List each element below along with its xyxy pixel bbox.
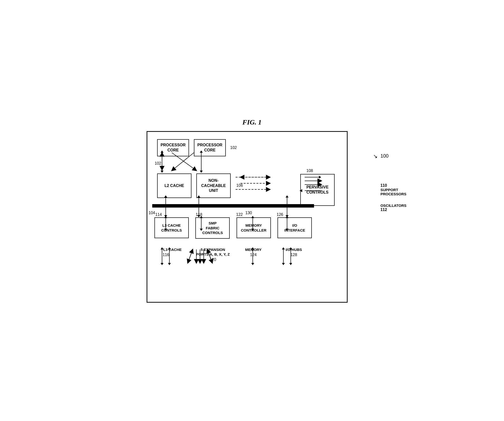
ref-100: 100	[380, 153, 389, 159]
ref-112: 112	[380, 208, 387, 212]
memory-label: MEMORY	[245, 247, 262, 252]
ref-128: 128	[290, 253, 297, 257]
svg-marker-39	[168, 263, 171, 265]
ref-122: 122	[236, 212, 243, 217]
memory-controller-unit: MEMORY CONTROLLER	[237, 217, 271, 239]
middle-row: L2 CACHE NON- CACHEABLE UNIT 106 108 PER…	[152, 173, 342, 198]
ref-126: 126	[277, 212, 283, 217]
pervasive-unit: 108 PERVASIVE CONTROLS	[300, 169, 335, 206]
ref-124: 124	[250, 253, 257, 257]
smp-fabric-box: SMP FABRIC CONTROLS	[195, 217, 230, 239]
ref-102-right: 102	[230, 146, 237, 150]
l3-cache-controls-box: L3 CACHE CONTROLS	[154, 217, 189, 238]
support-processors-label: SUPPORT PROCESSORS	[380, 188, 406, 196]
svg-marker-49	[251, 263, 254, 265]
l3-cache-controls-unit: L3 CACHE CONTROLS	[154, 217, 189, 239]
svg-marker-55	[289, 263, 292, 265]
ref-104: 104	[149, 211, 155, 215]
right-side-labels: ↘ 100 110 SUPPORT PROCESSORS OSCILLATORS…	[380, 153, 406, 212]
ref-108: 108	[306, 169, 313, 173]
processor-core-left: PROCESSOR CORE	[157, 139, 189, 156]
bottom-boxes-row: L3 CACHE CONTROLS SMP FABRIC CONTROLS ME…	[152, 217, 314, 239]
processor-core-right: PROCESSOR CORE	[194, 139, 226, 156]
arrows-to-external-spacer	[152, 239, 342, 246]
bus-bar	[152, 204, 314, 208]
ref-130: 130	[245, 211, 252, 215]
memory-controller-box: MEMORY CONTROLLER	[237, 217, 271, 238]
io-interface-box: I/O INTERFACE	[277, 217, 312, 238]
io-hubs-label: I/O HUBS	[286, 247, 302, 252]
ref-118: 118	[196, 212, 202, 217]
svg-marker-52	[282, 263, 285, 265]
l2-cache-box: L2 CACHE	[157, 173, 191, 198]
processor-cores-row: PROCESSOR CORE PROCESSOR CORE 102 102	[157, 139, 342, 156]
svg-marker-36	[161, 263, 164, 265]
ref-106: 106	[236, 183, 243, 188]
pervasive-box: PERVASIVE CONTROLS	[300, 174, 335, 206]
expansion-ports-label: 5 EXPANSION PORTS A, B, X, Y, Z	[196, 247, 230, 257]
ref-102-left: 102	[155, 161, 161, 166]
support-processors-label-container: 110 SUPPORT PROCESSORS OSCILLATORS 112	[380, 183, 406, 212]
ref-116: 116	[163, 253, 169, 257]
bus-bar-container	[152, 204, 342, 208]
ncu-box: NON- CACHEABLE UNIT	[196, 173, 231, 198]
checkmark-arrow: ↘	[373, 153, 378, 160]
external-labels-row: L3 CACHE 116 5 EXPANSION PORTS A, B, X, …	[152, 246, 314, 262]
figure-title: FIG. 1	[147, 118, 357, 126]
page: FIG. 1	[142, 113, 362, 308]
l2-cache-unit: L2 CACHE	[157, 173, 191, 198]
bottom-refs-row: 114 118 122 126	[152, 212, 314, 217]
diagram-wrapper: PROCESSOR CORE PROCESSOR CORE 102 102 L2…	[147, 131, 357, 303]
ref-114: 114	[155, 212, 162, 217]
ref-120: 120	[210, 258, 216, 262]
l3-cache-label: L3 CACHE	[163, 247, 182, 252]
ref-100-container: ↘ 100	[380, 153, 406, 159]
main-diagram-box: PROCESSOR CORE PROCESSOR CORE 102 102 L2…	[147, 131, 348, 303]
ncu-unit: NON- CACHEABLE UNIT 106	[196, 173, 231, 198]
smp-fabric-unit: SMP FABRIC CONTROLS	[195, 217, 230, 239]
oscillators-label: OSCILLATORS	[380, 203, 406, 208]
ref-110: 110	[380, 183, 387, 187]
io-interface-unit: I/O INTERFACE	[277, 217, 312, 239]
